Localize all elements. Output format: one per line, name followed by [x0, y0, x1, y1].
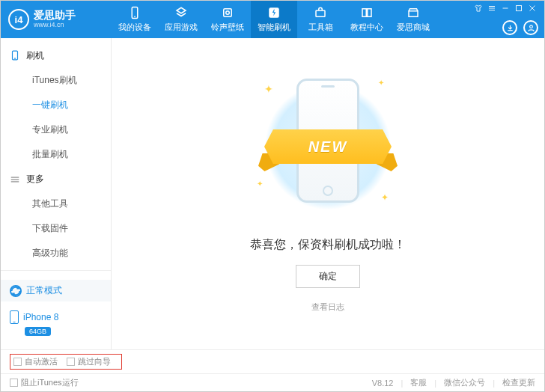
phone-mini-icon [10, 310, 19, 324]
nav-tools[interactable]: 工具箱 [297, 1, 344, 38]
svg-point-13 [529, 25, 532, 28]
main-content: ✦ ✦ ✦ ✦ NEW 恭喜您，保资料刷机成功啦！ 确定 查看日志 [112, 38, 544, 349]
app-url: www.i4.cn [34, 22, 76, 29]
minimize-icon[interactable] [501, 4, 510, 13]
sidebar-group-flash[interactable]: 刷机 [1, 43, 111, 68]
device-info[interactable]: iPhone 8 64GB [1, 307, 111, 343]
device-mode[interactable]: 正常模式 [1, 280, 111, 301]
store-icon [407, 6, 420, 19]
logo-icon: i4 [8, 9, 29, 30]
sidebar-item-oneclick-flash[interactable]: 一键刷机 [1, 93, 111, 117]
refresh-icon [10, 285, 22, 297]
success-message: 恭喜您，保资料刷机成功啦！ [250, 237, 406, 253]
close-icon[interactable] [528, 4, 537, 13]
version-label: V8.12 [372, 379, 394, 388]
maximize-icon[interactable] [514, 4, 523, 13]
svg-rect-5 [316, 10, 325, 16]
phone-icon [10, 49, 20, 62]
sidebar-item-advanced[interactable]: 高级功能 [1, 241, 111, 266]
highlighted-options: 自动激活 跳过向导 [10, 354, 122, 370]
nav-apps[interactable]: 应用游戏 [158, 1, 204, 38]
apps-icon [174, 6, 188, 19]
flash-icon [267, 6, 281, 19]
logo: i4 爱思助手 www.i4.cn [1, 9, 112, 30]
ok-button[interactable]: 确定 [296, 265, 360, 288]
sparkle-icon: ✦ [257, 180, 263, 188]
app-title: 爱思助手 [34, 10, 76, 21]
nav-ringtones[interactable]: 铃声壁纸 [204, 1, 251, 38]
sparkle-icon: ✦ [378, 79, 384, 87]
wechat-link[interactable]: 微信公众号 [444, 377, 485, 388]
nav-tutorials[interactable]: 教程中心 [344, 1, 390, 38]
sidebar-item-batch-flash[interactable]: 批量刷机 [1, 142, 111, 167]
nav-flash[interactable]: 智能刷机 [251, 1, 297, 38]
app-header: i4 爱思助手 www.i4.cn 我的设备 应用游戏 [1, 1, 544, 38]
toolbox-icon [314, 6, 327, 19]
storage-badge: 64GB [25, 327, 51, 336]
support-link[interactable]: 客服 [410, 377, 427, 388]
menu-icon[interactable] [487, 4, 496, 13]
nav-store[interactable]: 爱思商城 [390, 1, 436, 38]
block-itunes-checkbox[interactable]: 阻止iTunes运行 [10, 377, 79, 388]
more-icon [10, 174, 20, 185]
ribbon-text: NEW [264, 129, 392, 164]
tshirt-icon[interactable] [474, 4, 483, 13]
check-update-link[interactable]: 检查更新 [502, 377, 535, 388]
skip-guide-checkbox[interactable]: 跳过向导 [67, 356, 111, 367]
device-icon [128, 6, 141, 19]
svg-point-3 [226, 11, 230, 15]
book-icon [360, 6, 374, 19]
sidebar-item-pro-flash[interactable]: 专业刷机 [1, 117, 111, 142]
music-icon [221, 6, 234, 19]
svg-rect-10 [517, 6, 522, 11]
sidebar: 刷机 iTunes刷机 一键刷机 专业刷机 批量刷机 更多 其他工具 下载固件 … [1, 38, 112, 349]
success-illustration: ✦ ✦ ✦ ✦ NEW [249, 76, 407, 218]
sidebar-group-more[interactable]: 更多 [1, 167, 111, 192]
window-controls [474, 4, 544, 13]
user-icon[interactable] [523, 20, 538, 35]
download-icon[interactable] [502, 20, 517, 35]
svg-rect-2 [224, 9, 232, 17]
sidebar-item-download-firmware[interactable]: 下载固件 [1, 216, 111, 241]
view-log-link[interactable]: 查看日志 [311, 301, 344, 313]
status-bar: 阻止iTunes运行 V8.12 | 客服 | 微信公众号 | 检查更新 [1, 373, 544, 391]
sidebar-item-itunes-flash[interactable]: iTunes刷机 [1, 68, 111, 93]
sparkle-icon: ✦ [264, 83, 273, 95]
sidebar-item-other-tools[interactable]: 其他工具 [1, 192, 111, 216]
nav-my-device[interactable]: 我的设备 [112, 1, 158, 38]
auto-activate-checkbox[interactable]: 自动激活 [13, 356, 58, 367]
options-bar: 自动激活 跳过向导 [1, 349, 544, 373]
sparkle-icon: ✦ [381, 192, 389, 203]
